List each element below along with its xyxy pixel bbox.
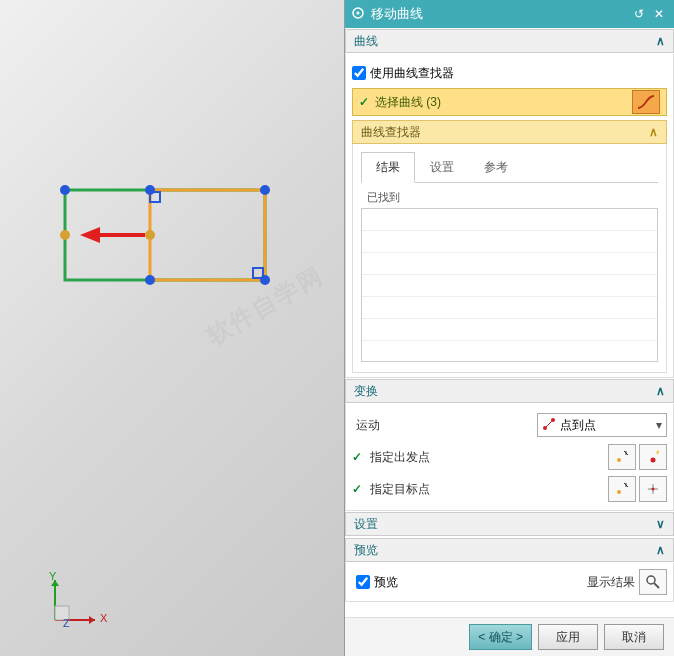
svg-point-32 bbox=[652, 488, 655, 491]
reset-icon[interactable]: ↺ bbox=[630, 5, 648, 23]
preview-checkbox[interactable] bbox=[356, 575, 370, 589]
close-icon[interactable]: ✕ bbox=[650, 5, 668, 23]
show-result-button[interactable] bbox=[639, 569, 667, 595]
section-transform-header[interactable]: 变换 ∧ bbox=[345, 379, 674, 403]
apply-button[interactable]: 应用 bbox=[538, 624, 598, 650]
motion-dropdown[interactable]: 点到点 ▾ bbox=[537, 413, 667, 437]
svg-point-7 bbox=[145, 275, 155, 285]
expand-icon: ∨ bbox=[656, 517, 665, 531]
check-icon: ✓ bbox=[352, 450, 362, 464]
svg-point-26 bbox=[651, 458, 656, 463]
result-list[interactable] bbox=[361, 208, 658, 362]
svg-point-10 bbox=[145, 230, 155, 240]
collapse-icon: ∧ bbox=[656, 34, 665, 48]
svg-point-19 bbox=[357, 11, 360, 14]
section-curve-body: 使用曲线查找器 ✓ 选择曲线 (3) 曲线查找器 ∧ 结果 设置 参考 已找到 bbox=[345, 54, 674, 378]
section-preview-body: 预览 显示结果 bbox=[345, 563, 674, 602]
section-preview-header[interactable]: 预览 ∧ bbox=[345, 538, 674, 562]
select-curve-row[interactable]: ✓ 选择曲线 (3) bbox=[352, 88, 667, 116]
svg-marker-14 bbox=[89, 616, 95, 624]
svg-point-5 bbox=[145, 185, 155, 195]
svg-marker-12 bbox=[80, 227, 100, 243]
section-transform-body: 运动 点到点 ▾ ✓ 指定出发点 ✓ 指定目标点 bbox=[345, 404, 674, 511]
tab-results[interactable]: 结果 bbox=[361, 152, 415, 183]
preview-label: 预览 bbox=[374, 574, 398, 591]
to-point-picker[interactable] bbox=[608, 476, 636, 502]
svg-line-22 bbox=[546, 421, 552, 427]
svg-point-27 bbox=[617, 490, 621, 494]
tab-reference[interactable]: 参考 bbox=[469, 152, 523, 182]
finder-header[interactable]: 曲线查找器 ∧ bbox=[352, 120, 667, 144]
svg-point-23 bbox=[617, 458, 621, 462]
section-settings-header[interactable]: 设置 ∨ bbox=[345, 512, 674, 536]
motion-row: 运动 点到点 ▾ bbox=[352, 410, 667, 440]
chevron-down-icon: ▾ bbox=[656, 418, 662, 432]
check-icon: ✓ bbox=[352, 482, 362, 496]
check-icon: ✓ bbox=[359, 95, 369, 109]
show-result-label: 显示结果 bbox=[587, 574, 635, 591]
titlebar: 移动曲线 ↺ ✕ bbox=[345, 0, 674, 28]
point-to-point-icon bbox=[542, 417, 556, 434]
gear-icon[interactable] bbox=[351, 6, 365, 23]
svg-point-33 bbox=[647, 576, 655, 584]
axis-z-label: Z bbox=[63, 617, 70, 629]
collapse-icon: ∧ bbox=[649, 125, 658, 139]
from-point-auto[interactable] bbox=[639, 444, 667, 470]
panel: 移动曲线 ↺ ✕ 曲线 ∧ 使用曲线查找器 ✓ 选择曲线 (3) 曲线查找器 ∧… bbox=[344, 0, 674, 656]
svg-point-8 bbox=[260, 275, 270, 285]
finder-tabs: 结果 设置 参考 bbox=[361, 152, 658, 183]
svg-line-34 bbox=[654, 583, 659, 588]
svg-point-4 bbox=[60, 185, 70, 195]
svg-point-9 bbox=[60, 230, 70, 240]
found-label: 已找到 bbox=[361, 187, 658, 208]
collapse-icon: ∧ bbox=[656, 543, 665, 557]
to-point-snap[interactable] bbox=[639, 476, 667, 502]
to-point-row: ✓ 指定目标点 bbox=[352, 474, 667, 504]
svg-point-6 bbox=[260, 185, 270, 195]
from-point-row: ✓ 指定出发点 bbox=[352, 442, 667, 472]
section-curve-header[interactable]: 曲线 ∧ bbox=[345, 29, 674, 53]
axis-x-label: X bbox=[100, 612, 107, 624]
collapse-icon: ∧ bbox=[656, 384, 665, 398]
panel-title: 移动曲线 bbox=[371, 5, 628, 23]
tab-settings[interactable]: 设置 bbox=[415, 152, 469, 182]
axis-y-label: Y bbox=[49, 570, 56, 582]
curve-type-icon[interactable] bbox=[632, 90, 660, 114]
cancel-button[interactable]: 取消 bbox=[604, 624, 664, 650]
from-point-picker[interactable] bbox=[608, 444, 636, 470]
ok-button[interactable]: < 确定 > bbox=[469, 624, 532, 650]
finder-body: 结果 设置 参考 已找到 bbox=[352, 144, 667, 373]
svg-rect-1 bbox=[150, 190, 265, 280]
viewport[interactable]: 软件自学网 X Y Z bbox=[0, 0, 344, 656]
use-finder-label: 使用曲线查找器 bbox=[370, 65, 454, 82]
button-row: 1 < 确定 > 应用 取消 bbox=[345, 617, 674, 656]
use-finder-row: 使用曲线查找器 bbox=[352, 60, 667, 86]
use-finder-checkbox[interactable] bbox=[352, 66, 366, 80]
